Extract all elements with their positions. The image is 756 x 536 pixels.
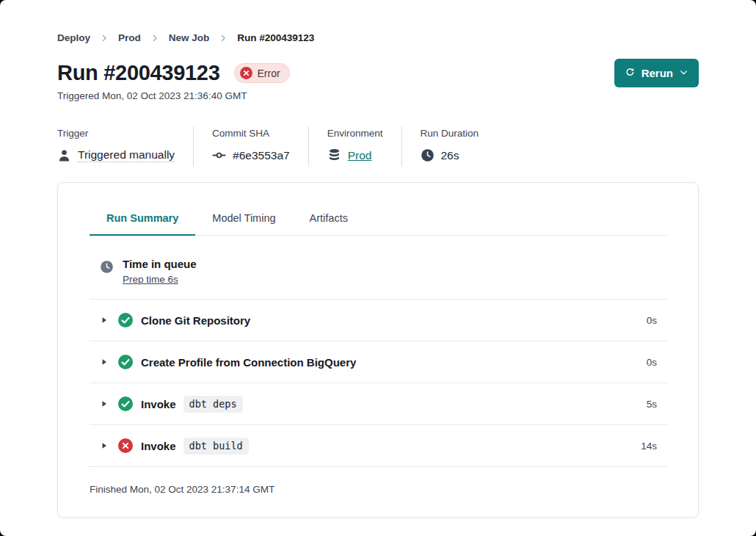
status-badge: Error (234, 63, 290, 83)
error-circle-icon (118, 438, 133, 453)
meta-trigger: Trigger Triggered manually (57, 126, 194, 167)
run-summary-card: Run Summary Model Timing Artifacts Time … (57, 182, 699, 518)
rerun-button-label: Rerun (641, 67, 673, 79)
clock-icon (421, 148, 435, 162)
step-label: Clone Git Repository (141, 314, 250, 327)
meta-run-duration: Run Duration 26s (402, 126, 498, 167)
meta-label: Trigger (57, 128, 175, 139)
environment-link[interactable]: Prod (348, 149, 372, 162)
tab-model-timing[interactable]: Model Timing (195, 212, 292, 235)
command-chip: dbt build (183, 438, 249, 454)
meta-label: Environment (327, 128, 383, 139)
meta-environment: Environment Prod (309, 126, 402, 167)
step-row-dbt-build[interactable]: Invoke dbt build 14s (90, 424, 667, 466)
step-label: Invoke (141, 440, 176, 452)
prep-time-link[interactable]: Prep time 6s (123, 274, 178, 285)
expand-triangle-icon[interactable] (100, 316, 109, 325)
run-detail-page: Deploy Prod New Job Run #200439123 Run #… (0, 0, 756, 536)
rerun-button[interactable]: Rerun (614, 59, 699, 87)
error-circle-icon (240, 67, 252, 79)
success-check-icon (118, 396, 133, 411)
expand-triangle-icon[interactable] (100, 399, 109, 408)
step-duration: 14s (641, 441, 657, 452)
breadcrumb-new-job[interactable]: New Job (169, 32, 210, 43)
step-duration: 0s (647, 315, 657, 326)
trigger-value[interactable]: Triggered manually (78, 148, 175, 162)
chevron-right-icon (150, 34, 159, 43)
queue-title: Time in queue (123, 258, 197, 270)
meta-label: Run Duration (421, 128, 479, 139)
command-chip: dbt deps (183, 396, 243, 413)
expand-triangle-icon[interactable] (100, 358, 109, 366)
tab-bar: Run Summary Model Timing Artifacts (90, 212, 667, 236)
status-badge-label: Error (258, 68, 280, 79)
breadcrumb: Deploy Prod New Job Run #200439123 (57, 32, 314, 43)
run-metadata: Trigger Triggered manually Commit SHA #6… (57, 126, 497, 167)
chevron-down-icon (679, 67, 688, 79)
chevron-right-icon (219, 34, 228, 43)
refresh-icon (625, 67, 636, 80)
chevron-right-icon (100, 34, 109, 43)
step-row-clone-git[interactable]: Clone Git Repository 0s (90, 299, 667, 341)
breadcrumb-prod[interactable]: Prod (118, 32, 141, 43)
header: Run #200439123 Error Rerun (57, 59, 699, 87)
breadcrumb-current-run: Run #200439123 (237, 32, 314, 43)
commit-icon (212, 148, 226, 162)
step-duration: 5s (647, 399, 657, 410)
success-check-icon (118, 313, 133, 327)
finished-timestamp: Finished Mon, 02 Oct 2023 21:37:14 GMT (90, 484, 275, 495)
time-in-queue-section: Time in queue Prep time 6s (90, 236, 667, 299)
person-icon (57, 148, 71, 162)
step-duration: 0s (647, 357, 657, 368)
step-label: Create Profile from Connection BigQuery (141, 356, 356, 369)
meta-commit-sha: Commit SHA #6e3553a7 (194, 126, 309, 167)
expand-triangle-icon[interactable] (100, 441, 109, 450)
clock-gray-icon (100, 260, 114, 277)
tab-artifacts[interactable]: Artifacts (293, 212, 365, 235)
breadcrumb-deploy[interactable]: Deploy (57, 32, 90, 43)
meta-label: Commit SHA (212, 128, 290, 139)
tab-run-summary[interactable]: Run Summary (90, 212, 195, 235)
card-footer: Finished Mon, 02 Oct 2023 21:37:14 GMT (87, 466, 667, 496)
step-row-dbt-deps[interactable]: Invoke dbt deps 5s (90, 383, 667, 424)
step-label: Invoke (141, 398, 176, 410)
step-row-create-profile[interactable]: Create Profile from Connection BigQuery … (90, 341, 667, 383)
triggered-timestamp: Triggered Mon, 02 Oct 2023 21:36:40 GMT (57, 90, 247, 101)
database-icon (327, 148, 341, 162)
page-title: Run #200439123 (57, 61, 220, 85)
commit-sha-value: #6e3553a7 (233, 149, 290, 162)
run-duration-value: 26s (441, 149, 459, 162)
success-check-icon (118, 355, 133, 369)
